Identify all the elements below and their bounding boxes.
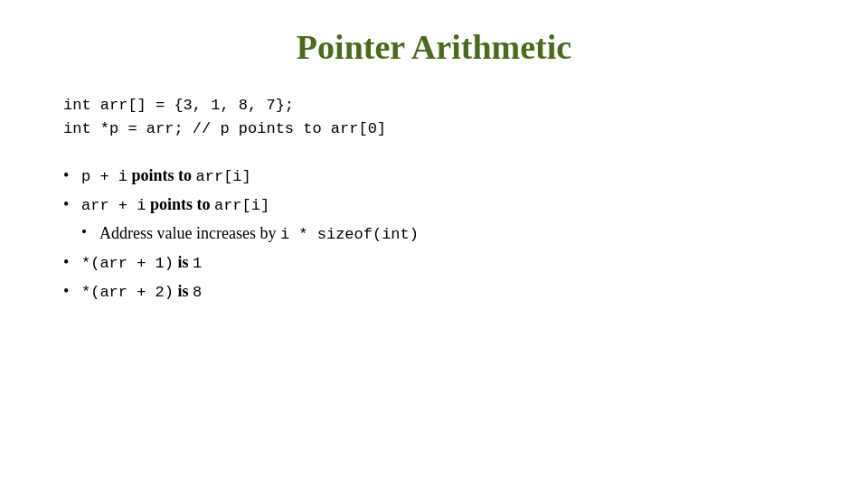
code-line-1: int arr[] = {3, 1, 8, 7}; (63, 94, 814, 117)
bullet4-middle: is (178, 282, 193, 300)
bullet4-suffix: 8 (193, 284, 202, 301)
bullet3-middle: is (178, 253, 193, 271)
bullet2-middle: points to (150, 195, 214, 213)
bullet-item-1: p + i points to arr[i] (63, 162, 814, 191)
bullet1-suffix: arr[i] (196, 168, 251, 185)
bullet-item-2: arr + i points to arr[i] (63, 191, 814, 220)
bullet2-sub-mono: i * sizeof(int) (280, 226, 419, 243)
bullet-item-2-sub: Address value increases by i * sizeof(in… (63, 220, 814, 249)
bullet1-prefix: p + i (81, 168, 127, 185)
slide-title: Pointer Arithmetic (54, 27, 814, 67)
bullet4-prefix: *(arr + 2) (81, 284, 174, 301)
bullet3-suffix: 1 (193, 255, 202, 272)
bullet-list: p + i points to arr[i] arr + i points to… (63, 162, 814, 305)
bullet1-middle: points to (132, 166, 196, 184)
code-line-2: int *p = arr; // p points to arr[0] (63, 117, 814, 141)
bullet-item-4: *(arr + 2) is 8 (63, 277, 814, 306)
bullet-item-3: *(arr + 1) is 1 (63, 249, 814, 277)
bullet2-suffix: arr[i] (214, 197, 269, 214)
bullet2-prefix: arr + i (81, 197, 146, 214)
slide: Pointer Arithmetic int arr[] = {3, 1, 8,… (0, 0, 868, 488)
code-block: int arr[] = {3, 1, 8, 7}; int *p = arr; … (63, 94, 814, 140)
bullet2-sub-prefix: Address value increases by (99, 224, 280, 242)
bullet3-prefix: *(arr + 1) (81, 255, 174, 272)
